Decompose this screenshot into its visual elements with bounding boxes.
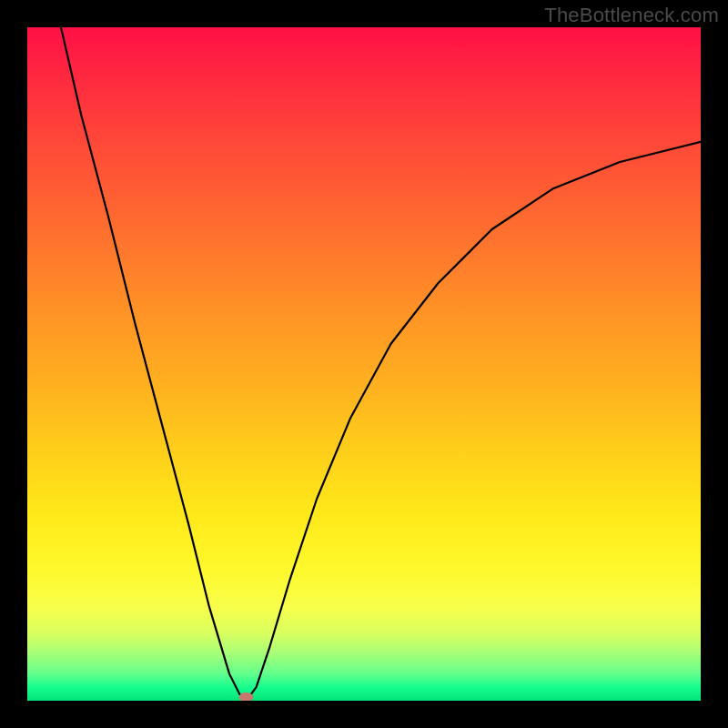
watermark-text: TheBottleneck.com	[544, 4, 719, 27]
chart-frame: TheBottleneck.com	[0, 0, 728, 728]
curve-right-branch	[247, 142, 702, 701]
curve-layer	[27, 27, 701, 701]
plot-area	[27, 27, 701, 701]
curve-left-branch	[61, 27, 247, 701]
